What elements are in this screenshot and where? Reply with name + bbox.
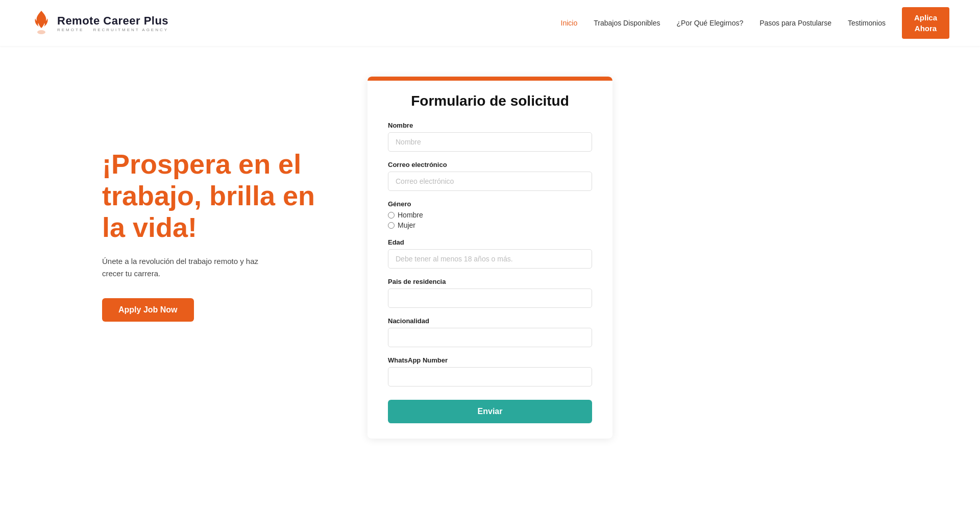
form-top-bar (368, 77, 612, 81)
email-input[interactable] (388, 172, 592, 191)
genero-group: Género Hombre Mujer (388, 200, 592, 229)
nombre-group: Nombre (388, 122, 592, 152)
nav-item-inicio[interactable]: Inicio (561, 19, 578, 27)
submit-button[interactable]: Enviar (388, 400, 592, 423)
pais-label: Pais de residencia (388, 278, 592, 285)
nav-item-trabajos[interactable]: Trabajos Disponibles (594, 19, 660, 27)
navbar: Remote Career Plus REMOTE RECRUITMENT AG… (0, 0, 980, 46)
nombre-label: Nombre (388, 122, 592, 129)
email-group: Correo electrónico (388, 161, 592, 191)
hero-subtext: Únete a la revolución del trabajo remoto… (102, 255, 276, 280)
edad-label: Edad (388, 238, 592, 246)
apply-job-button[interactable]: Apply Job Now (102, 298, 194, 322)
application-form-panel: Formulario de solicitud Nombre Correo el… (368, 77, 612, 439)
nav-links: Inicio Trabajos Disponibles ¿Por Qué Ele… (561, 7, 949, 39)
gender-hombre-radio[interactable] (388, 212, 395, 219)
whatsapp-input[interactable] (388, 367, 592, 387)
logo-text: Remote Career Plus REMOTE RECRUITMENT AG… (57, 14, 168, 32)
genero-label: Género (388, 200, 592, 208)
main-content: ¡Prospera en el trabajo, brilla en la vi… (0, 46, 980, 505)
nav-item-pasos[interactable]: Pasos para Postularse (760, 19, 831, 27)
form-title: Formulario de solicitud (368, 81, 612, 113)
gender-mujer-radio[interactable] (388, 222, 395, 229)
pais-group: Pais de residencia (388, 278, 592, 308)
whatsapp-label: WhatsApp Number (388, 356, 592, 364)
logo[interactable]: Remote Career Plus REMOTE RECRUITMENT AG… (31, 10, 168, 36)
svg-point-0 (37, 30, 45, 34)
brand-tagline-left: REMOTE (57, 28, 84, 32)
brand-tagline-right: RECRUITMENT AGENCY (93, 28, 168, 32)
gender-hombre-text: Hombre (398, 211, 423, 219)
hero-heading: ¡Prospera en el trabajo, brilla en la vi… (102, 148, 327, 243)
hero-section: ¡Prospera en el trabajo, brilla en la vi… (102, 77, 327, 322)
nav-item-testimonios[interactable]: Testimonios (848, 19, 886, 27)
nav-item-por-que[interactable]: ¿Por Qué Elegirnos? (676, 19, 743, 27)
logo-icon (31, 10, 52, 36)
nav-cta-button[interactable]: AplicaAhora (902, 7, 949, 39)
gender-mujer-option[interactable]: Mujer (388, 221, 592, 229)
nombre-input[interactable] (388, 132, 592, 152)
nacionalidad-label: Nacionalidad (388, 317, 592, 325)
edad-input[interactable] (388, 249, 592, 269)
whatsapp-group: WhatsApp Number (388, 356, 592, 387)
nacionalidad-group: Nacionalidad (388, 317, 592, 347)
nacionalidad-input[interactable] (388, 328, 592, 347)
pais-input[interactable] (388, 288, 592, 308)
edad-group: Edad (388, 238, 592, 269)
email-label: Correo electrónico (388, 161, 592, 168)
gender-options: Hombre Mujer (388, 211, 592, 229)
gender-mujer-text: Mujer (398, 221, 415, 229)
brand-name: Remote Career Plus (57, 14, 168, 28)
gender-hombre-option[interactable]: Hombre (388, 211, 592, 219)
form-body: Nombre Correo electrónico Género Hombre … (368, 113, 612, 423)
